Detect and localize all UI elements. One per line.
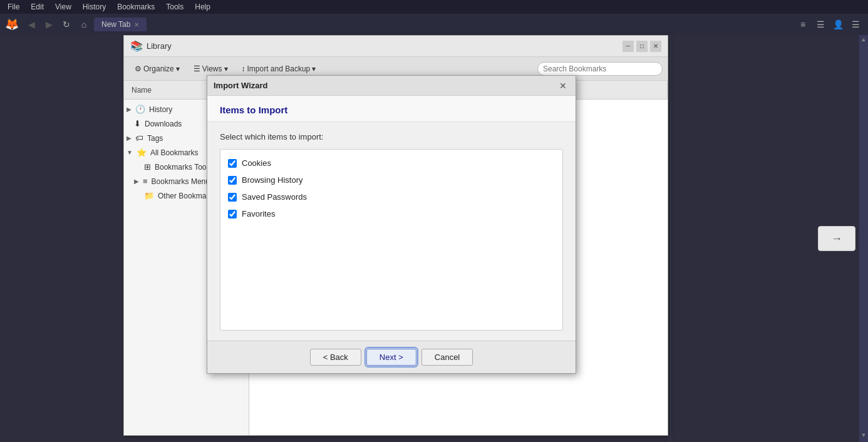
downloads-label: Downloads [145, 120, 182, 128]
checkbox-favorites[interactable]: Favorites [225, 205, 557, 222]
back-button[interactable]: < Back [310, 349, 361, 366]
dialog-description: Select which items to import: [220, 132, 563, 141]
all-bookmarks-icon: ⭐ [137, 148, 147, 157]
next-button[interactable]: Next > [366, 349, 416, 366]
menu-tools[interactable]: Tools [161, 1, 189, 13]
library-title: 📚 Library [130, 40, 172, 52]
library-close-button[interactable]: ✕ [650, 41, 661, 52]
history-expand-arrow: ▶ [127, 106, 132, 113]
reload-button[interactable]: ↻ [59, 17, 74, 32]
menu-bookmarks[interactable]: Bookmarks [112, 1, 160, 13]
library-win-controls: ─ □ ✕ [623, 41, 661, 52]
browser-controls: ≡ ☰ 👤 ☰ [795, 17, 863, 32]
bookmarks-toolbar-icon: ⊞ [144, 162, 151, 172]
organize-dropdown-icon: ▾ [176, 64, 180, 73]
dialog-close-button[interactable]: ✕ [557, 80, 569, 92]
organize-icon: ⚙ [135, 64, 142, 73]
tab-label: New Tab [101, 20, 130, 29]
reading-list-icon[interactable]: ≡ [795, 17, 810, 32]
menu-history[interactable]: History [78, 1, 111, 13]
views-button[interactable]: ☰ Views ▾ [188, 61, 234, 76]
import-backup-button[interactable]: ↕ Import and Backup ▾ [236, 61, 322, 76]
organize-button[interactable]: ⚙ Organize ▾ [129, 61, 185, 76]
bookmarks-menu-label: Bookmarks Menu [152, 177, 210, 186]
next-arrow-button[interactable]: → [818, 226, 855, 251]
import-dropdown-icon: ▾ [312, 64, 316, 73]
right-panel: → [670, 35, 868, 442]
favorites-label: Favorites [242, 209, 275, 218]
bookmarks-sidebar-icon[interactable]: ☰ [813, 17, 828, 32]
bookmarks-menu-icon: ≡ [143, 177, 148, 186]
browsing-history-label: Browsing History [242, 175, 303, 185]
bookmarks-menu-expand-arrow: ▶ [134, 178, 139, 185]
active-tab[interactable]: New Tab ✕ [94, 18, 147, 31]
history-label: History [149, 105, 172, 114]
dialog-body: Select which items to import: Cookies Br… [207, 122, 576, 341]
dialog-footer: < Back Next > Cancel [207, 341, 576, 373]
scroll-up-arrow[interactable]: ▲ [861, 36, 867, 43]
other-bookmarks-icon: 📁 [144, 191, 154, 200]
import-icon: ↕ [242, 64, 245, 73]
checkbox-saved-passwords[interactable]: Saved Passwords [225, 188, 557, 205]
library-titlebar: 📚 Library ─ □ ✕ [124, 36, 668, 57]
dialog-title: Import Wizard [214, 81, 268, 90]
tags-icon: 🏷 [135, 133, 143, 143]
tags-expand-arrow: ▶ [127, 135, 132, 141]
nav-bar: 🦊 ◀ ▶ ↻ ⌂ New Tab ✕ ≡ ☰ 👤 ☰ [0, 14, 868, 35]
hamburger-menu-icon[interactable]: ☰ [848, 17, 863, 32]
dialog-titlebar: Import Wizard ✕ [207, 76, 576, 96]
scrollbar-vertical[interactable]: ▲ ▼ [859, 35, 868, 442]
account-icon[interactable]: 👤 [830, 17, 845, 32]
library-minimize-button[interactable]: ─ [623, 41, 634, 52]
downloads-icon: ⬇ [134, 119, 141, 128]
cancel-button[interactable]: Cancel [421, 349, 473, 366]
history-icon: 🕐 [135, 105, 145, 114]
tab-close-icon[interactable]: ✕ [134, 21, 139, 28]
forward-button[interactable]: ▶ [41, 17, 56, 32]
cookies-label: Cookies [242, 158, 271, 168]
all-bookmarks-label: All Bookmarks [150, 148, 199, 157]
library-title-icon: 📚 [130, 40, 143, 52]
import-wizard-dialog: Import Wizard ✕ Items to Import Select w… [207, 75, 576, 374]
menubar: File Edit View History Bookmarks Tools H… [0, 0, 868, 14]
scroll-down-arrow[interactable]: ▼ [861, 432, 867, 438]
cookies-checkbox[interactable] [228, 159, 237, 168]
favorites-checkbox[interactable] [228, 210, 237, 218]
dialog-header: Items to Import [207, 96, 576, 122]
back-button[interactable]: ◀ [24, 17, 39, 32]
firefox-logo-icon: 🦊 [5, 18, 19, 31]
menu-view[interactable]: View [50, 1, 76, 13]
menu-help[interactable]: Help [190, 1, 215, 13]
all-bookmarks-expand-arrow: ▼ [127, 149, 133, 156]
saved-passwords-checkbox[interactable] [228, 193, 237, 202]
checkbox-browsing-history[interactable]: Browsing History [225, 172, 557, 188]
home-button[interactable]: ⌂ [76, 17, 91, 32]
library-title-text: Library [147, 41, 172, 51]
right-arrow-icon: → [831, 232, 842, 245]
tags-label: Tags [147, 134, 163, 143]
views-icon: ☰ [194, 64, 200, 73]
dialog-section-title: Items to Import [220, 105, 563, 115]
items-list: Cookies Browsing History Saved Passwords… [220, 149, 563, 331]
search-bookmarks-input[interactable] [537, 62, 663, 76]
browsing-history-checkbox[interactable] [228, 176, 237, 185]
saved-passwords-label: Saved Passwords [242, 192, 307, 202]
tab-bar: New Tab ✕ [94, 18, 793, 31]
menu-edit[interactable]: Edit [26, 1, 49, 13]
library-maximize-button[interactable]: □ [636, 41, 648, 52]
checkbox-cookies[interactable]: Cookies [225, 155, 557, 172]
menu-file[interactable]: File [3, 1, 24, 13]
views-dropdown-icon: ▾ [224, 64, 228, 73]
